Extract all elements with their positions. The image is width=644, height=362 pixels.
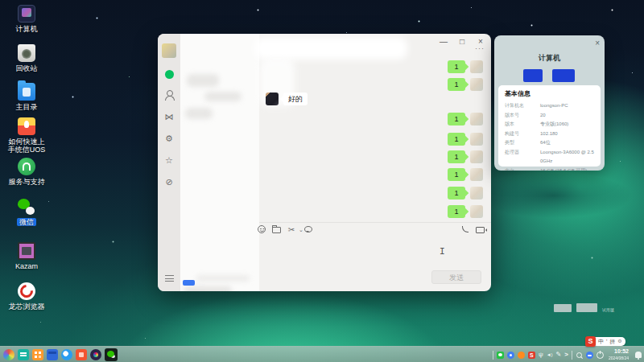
watermark-logo-block: [576, 303, 597, 312]
dock: [3, 348, 118, 361]
search-icon[interactable]: [576, 352, 583, 359]
voice-call-icon[interactable]: [461, 225, 469, 233]
desktop-icon-label: 服务与支持: [9, 178, 45, 186]
message-sent: 1: [448, 205, 483, 218]
screenshot-scissors-icon[interactable]: ✂: [287, 225, 296, 235]
chat-list-badge: [183, 280, 195, 286]
desktop-icon-support[interactable]: 服务与支持: [2, 158, 52, 186]
desktop-icon-uos-guide[interactable]: 如何快速上 手统信UOS: [2, 117, 52, 154]
self-avatar[interactable]: [470, 168, 483, 181]
desktop-icon-kazam[interactable]: Kazam: [2, 242, 52, 270]
input-pen-icon[interactable]: ✎: [556, 351, 562, 359]
message-sent: 1: [448, 150, 483, 163]
computer-info-panel: × 计算机 基本信息 计算机名loongson-PC 版本号20 版本专业版(1…: [494, 35, 605, 171]
home-folder-icon: [18, 83, 35, 101]
menu-icon[interactable]: [165, 275, 174, 282]
loongson-browser-icon: [18, 282, 35, 300]
info-row: 内存16 GB (15.6 GB 可用): [505, 167, 594, 171]
message-sent: 1: [448, 133, 483, 146]
expand-chevron-icon[interactable]: >: [564, 351, 568, 359]
info-row: 类型64位: [505, 138, 594, 148]
contacts-icon[interactable]: [163, 89, 175, 101]
input-settings-gear-icon[interactable]: ⚙: [617, 337, 621, 346]
desktop-icon-label: 主目录: [16, 103, 38, 111]
message-bubble: 1: [448, 205, 465, 218]
toolbox-icon[interactable]: [47, 349, 58, 360]
computer-icon: [18, 5, 35, 23]
channels-icon[interactable]: ⊘: [163, 176, 175, 187]
file-manager-icon[interactable]: [18, 349, 29, 360]
desktop-icon-loongson-browser[interactable]: 龙芯浏览器: [2, 282, 52, 311]
self-avatar[interactable]: [470, 187, 483, 200]
network-icon[interactable]: [586, 352, 593, 359]
message-bubble: 1: [448, 168, 465, 181]
software-center-icon[interactable]: [76, 349, 87, 360]
desktop-icon-label: 龙芯浏览器: [9, 302, 45, 311]
contact-avatar[interactable]: [266, 93, 279, 105]
app-store-icon[interactable]: [32, 349, 43, 360]
chat-history-icon[interactable]: [304, 226, 312, 232]
control-center-icon[interactable]: [90, 349, 101, 360]
power-icon[interactable]: [597, 352, 604, 359]
clock-date: 2024/08/24: [609, 355, 629, 361]
favorites-icon[interactable]: ⋈: [163, 111, 175, 122]
close-icon[interactable]: ×: [595, 39, 600, 47]
info-row: 构建号102.180: [505, 130, 594, 139]
wechat-dock-icon[interactable]: [105, 348, 118, 361]
desktop-icon-home[interactable]: 主目录: [2, 83, 52, 111]
maximize-button[interactable]: □: [456, 36, 468, 47]
message-sent: 1: [448, 187, 483, 200]
settings-gear-icon[interactable]: ⚙: [163, 133, 175, 144]
self-avatar[interactable]: [470, 78, 483, 91]
pinyin-indicator[interactable]: 拼: [609, 337, 615, 346]
message-sent: 1: [448, 168, 483, 181]
message-input[interactable]: [260, 238, 489, 269]
video-call-icon[interactable]: [476, 227, 485, 233]
vendor-logo: [552, 69, 575, 82]
composer-toolbar: ✂ ⌄: [259, 222, 491, 237]
minimize-button[interactable]: —: [438, 36, 449, 47]
message-bubble: 1: [448, 187, 465, 200]
desktop-icon-label: 回收站: [16, 64, 38, 72]
self-avatar[interactable]: [470, 205, 483, 218]
wechat-left-rail: ⋈ ⚙ ☆ ⊘: [158, 34, 180, 291]
assistant-tray-icon[interactable]: [507, 352, 514, 359]
chat-icon[interactable]: [165, 70, 174, 79]
support-icon: [18, 158, 35, 175]
self-avatar[interactable]: [470, 113, 483, 125]
volume-icon[interactable]: ◄): [547, 351, 553, 359]
notification-bell-icon[interactable]: [635, 352, 642, 358]
message-bubble: 1: [448, 150, 465, 163]
os-logo: [523, 69, 543, 82]
kazam-icon: [18, 242, 35, 260]
chat-list[interactable]: [180, 34, 259, 291]
downloads-tray-icon[interactable]: [518, 352, 525, 359]
file-icon[interactable]: [272, 227, 281, 233]
usb-icon[interactable]: ψ: [539, 351, 543, 359]
self-avatar[interactable]: [470, 60, 483, 73]
info-row: 计算机名loongson-PC: [505, 101, 594, 111]
browser-icon[interactable]: [61, 349, 72, 360]
taskbar-clock[interactable]: 10:52 2024/08/24: [609, 348, 629, 361]
input-mode-toggle[interactable]: 中: [598, 337, 604, 346]
send-button[interactable]: 发送: [431, 270, 481, 284]
sogou-logo-icon[interactable]: S: [585, 336, 596, 347]
section-title: 基本信息: [505, 89, 594, 98]
wechat-icon: [18, 198, 35, 216]
desktop-icon-wechat[interactable]: 微信: [2, 198, 52, 226]
clock-time: 10:52: [609, 348, 629, 355]
sogou-tray-icon[interactable]: S: [528, 352, 535, 359]
desktop-icon-trash[interactable]: 回收站: [2, 44, 52, 72]
user-avatar[interactable]: [162, 43, 176, 58]
self-avatar[interactable]: [470, 150, 483, 163]
moments-icon[interactable]: ☆: [163, 154, 175, 166]
punctuation-toggle[interactable]: ': [606, 337, 607, 346]
launcher-icon[interactable]: [3, 349, 14, 360]
message-bubble: 1: [448, 113, 465, 125]
chat-more-button[interactable]: ···: [475, 44, 485, 52]
emoji-icon[interactable]: [258, 225, 266, 233]
desktop-icon-computer[interactable]: 计算机: [2, 5, 52, 33]
taskbar: S ψ ◄) ✎ > 10:52 2024/08/24: [0, 346, 644, 362]
wechat-tray-icon[interactable]: [497, 352, 504, 359]
self-avatar[interactable]: [470, 133, 483, 146]
